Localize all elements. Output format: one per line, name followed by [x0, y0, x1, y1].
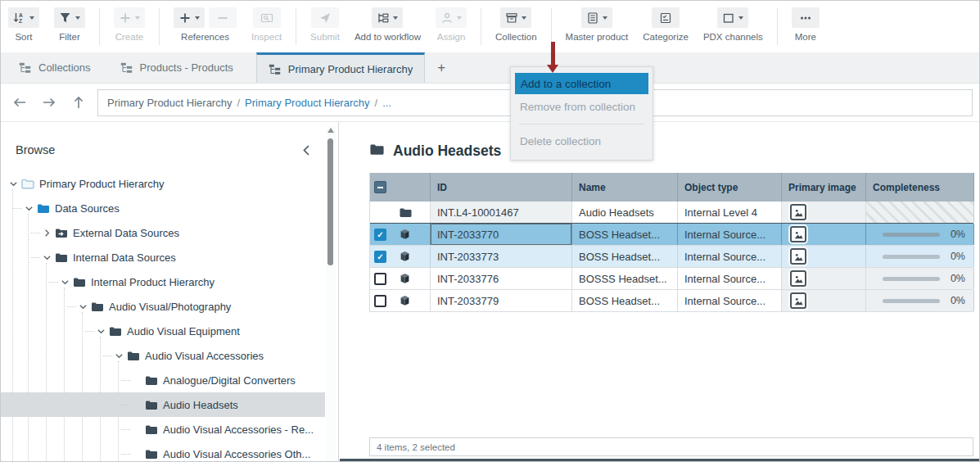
tree-item-external-data-sources[interactable]: External Data Sources: [1, 220, 325, 245]
column-header-name[interactable]: Name: [572, 173, 678, 202]
image-placeholder-icon[interactable]: [790, 204, 806, 220]
categorize-button[interactable]: [652, 7, 680, 28]
tab-products-products[interactable]: Products - Products: [109, 52, 245, 83]
row-checkbox[interactable]: [374, 295, 386, 307]
new-tab-button[interactable]: +: [425, 52, 458, 83]
table-body: INT.L4-10001467Audio HeadsetsInternal Le…: [370, 202, 973, 312]
sort-button[interactable]: AZ: [8, 7, 39, 28]
back-arrow-icon[interactable]: [11, 93, 29, 111]
filter-button[interactable]: [54, 7, 85, 28]
column-header-object-type[interactable]: Object type: [678, 173, 782, 202]
pdx-icon: [722, 11, 735, 25]
column-header-primary-image[interactable]: Primary image: [782, 173, 866, 202]
references-button[interactable]: [174, 7, 205, 28]
scroll-up-icon[interactable]: [327, 128, 334, 133]
menu-item-add-to-a-collection[interactable]: Add to a collection: [515, 73, 648, 94]
toolbar-item-add-to-workflow[interactable]: Add to workflow: [355, 7, 421, 42]
breadcrumb-segment[interactable]: ...: [382, 97, 391, 109]
image-placeholder-icon[interactable]: [790, 248, 806, 265]
tree-item-analogue-digital-converters[interactable]: Analogue/Digital Converters: [1, 368, 325, 392]
chevron-down-icon[interactable]: [7, 178, 20, 190]
object-type-cell[interactable]: Internal Source...: [678, 246, 782, 267]
tree-item-audio-headsets[interactable]: Audio Headsets: [1, 392, 325, 417]
tree-item-audio-visual-photography[interactable]: Audio Visual/Photography: [1, 294, 325, 319]
more-button[interactable]: [792, 7, 820, 28]
toolbar-item-collection[interactable]: Collection: [495, 7, 537, 42]
image-placeholder-icon[interactable]: [790, 226, 806, 242]
id-cell[interactable]: INT-2033776: [431, 268, 572, 289]
name-cell[interactable]: BOSS Headset...: [572, 246, 678, 267]
object-type-cell[interactable]: Internal Source...: [678, 290, 782, 311]
id-cell[interactable]: INT-2033779: [431, 290, 572, 311]
tree-guide-connector: [121, 380, 130, 381]
chevron-down-icon[interactable]: [41, 251, 53, 264]
items-table: IDNameObject typePrimary imageCompletene…: [369, 173, 973, 312]
add-to-workflow-button[interactable]: [372, 7, 403, 28]
select-all-checkbox[interactable]: [374, 181, 386, 193]
toolbar-item-sort[interactable]: AZSort: [8, 7, 39, 42]
column-header-id[interactable]: ID: [431, 173, 572, 202]
row-checkbox[interactable]: ✓: [374, 251, 386, 263]
folder-icon: [145, 449, 158, 460]
tree-item-audio-visual-equipment[interactable]: Audio Visual Equipment: [1, 319, 325, 343]
toolbar-chip-group: [114, 7, 145, 28]
forward-arrow-icon[interactable]: [40, 93, 58, 111]
breadcrumb-segment[interactable]: Primary Product Hierarchy: [245, 97, 369, 109]
tree-scrollbar[interactable]: [326, 126, 336, 461]
up-arrow-icon[interactable]: [70, 93, 88, 111]
table-row[interactable]: INT-2033776BOSSS Headset...Internal Sour…: [370, 268, 973, 290]
toolbar-item-pdx-channels[interactable]: PDX channels: [703, 7, 763, 42]
tree-item-audio-visual-accessories[interactable]: Audio Visual Accessories: [1, 343, 325, 368]
table-row[interactable]: INT.L4-10001467Audio HeadsetsInternal Le…: [370, 202, 973, 224]
collection-button[interactable]: [500, 7, 531, 28]
chevron-right-icon[interactable]: [41, 227, 53, 239]
collapse-panel-icon[interactable]: [301, 144, 312, 160]
name-cell[interactable]: BOSS Headset...: [572, 224, 678, 245]
master-product-button[interactable]: [581, 7, 612, 28]
chevron-down-icon[interactable]: [77, 301, 89, 313]
table-row[interactable]: INT-2033779BOSS Headset...Internal Sourc…: [370, 290, 973, 312]
collection-context-menu: Add to a collectionRemove from collectio…: [510, 66, 653, 161]
toolbar-item-more[interactable]: More: [792, 7, 820, 42]
toolbar-item-references[interactable]: References: [174, 7, 237, 42]
toolbar-chip-group: [253, 7, 281, 28]
object-type-cell[interactable]: Internal Source...: [678, 268, 782, 289]
toolbar-item-categorize[interactable]: Categorize: [643, 7, 689, 42]
object-type-cell[interactable]: Internal Level 4: [678, 202, 782, 223]
object-type-cell[interactable]: Internal Source...: [678, 224, 782, 245]
toolbar-item-label: More: [795, 32, 816, 42]
image-placeholder-icon[interactable]: [790, 292, 806, 309]
pdx-channels-button[interactable]: [717, 7, 748, 28]
id-cell[interactable]: INT.L4-10001467: [431, 202, 572, 223]
tree-item-data-sources[interactable]: Data Sources: [1, 196, 325, 220]
breadcrumb-separator: /: [232, 97, 245, 109]
chevron-down-icon[interactable]: [95, 325, 107, 337]
tree-item-audio-visual-accessories-oth[interactable]: Audio Visual Accessories Oth...: [1, 442, 325, 461]
tab-primary-product-hierarchy[interactable]: Primary Product Hierarchy: [256, 52, 425, 83]
column-header-completeness[interactable]: Completeness: [866, 173, 974, 202]
chevron-down-icon[interactable]: [59, 276, 71, 288]
chevron-down-icon[interactable]: [23, 202, 35, 215]
image-placeholder-icon[interactable]: [790, 270, 806, 287]
id-cell[interactable]: INT-2033773: [431, 246, 572, 267]
toolbar-chip-group: [311, 7, 339, 28]
name-cell[interactable]: BOSS Headset...: [572, 290, 678, 311]
tree-item-primary-product-hierarchy[interactable]: Primary Product Hierarchy: [1, 171, 325, 196]
toolbar-item-master-product[interactable]: Master product: [566, 7, 629, 42]
name-cell[interactable]: BOSSS Headset...: [572, 268, 678, 289]
tab-collections[interactable]: Collections: [7, 52, 102, 83]
table-row[interactable]: ✓INT-2033770BOSS Headset...Internal Sour…: [370, 223, 973, 246]
tree-item-audio-visual-accessories-re[interactable]: Audio Visual Accessories - Re...: [1, 417, 325, 442]
table-row[interactable]: ✓INT-2033773BOSS Headset...Internal Sour…: [370, 246, 973, 268]
id-cell[interactable]: INT-2033770: [431, 224, 572, 245]
name-cell[interactable]: Audio Headsets: [572, 202, 678, 223]
scrollbar-thumb[interactable]: [327, 138, 333, 265]
collection-icon: [505, 11, 518, 25]
toolbar-item-filter[interactable]: Filter: [54, 7, 85, 42]
inspect-button: [253, 7, 281, 28]
row-checkbox[interactable]: ✓: [374, 229, 386, 241]
row-checkbox[interactable]: [374, 273, 386, 285]
tree-item-internal-data-sources[interactable]: Internal Data Sources: [1, 245, 325, 270]
chevron-down-icon[interactable]: [113, 350, 125, 362]
tree-item-internal-product-hierarchy[interactable]: Internal Product Hierarchy: [1, 270, 325, 294]
